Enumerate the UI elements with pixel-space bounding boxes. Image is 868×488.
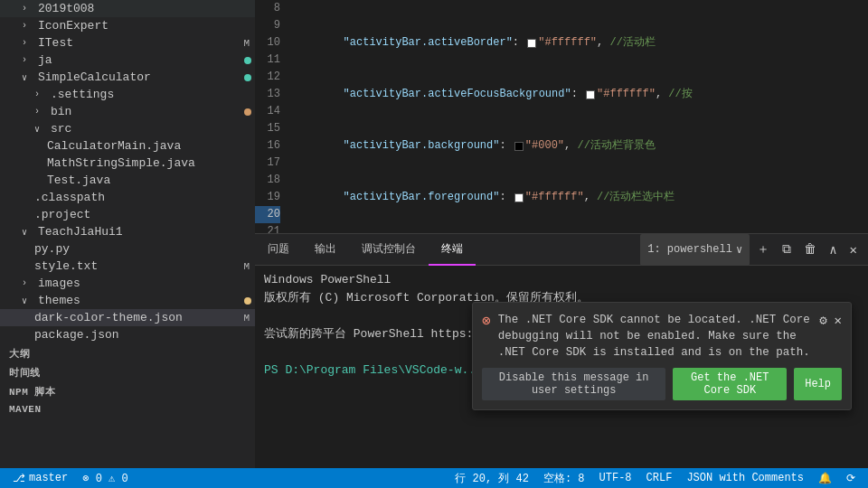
sidebar-item-label: TeachJiaHui1 [38,225,255,239]
git-dot [244,57,251,64]
sidebar-item-2019t008[interactable]: › 2019t008 [0,0,255,17]
collapse-arrow: › [22,21,34,31]
code-line: "activityBar.background": "#000", //活动栏背… [288,137,859,155]
modified-badge: M [243,261,250,272]
sidebar-item-label: Test.java [47,174,255,187]
sidebar-item-classpath[interactable]: .classpath [0,189,255,206]
git-branch-status[interactable]: ⎇ master [5,468,75,488]
sidebar-item-bin[interactable]: › bin [0,103,255,120]
sidebar-item-ja[interactable]: › ja [0,52,255,69]
section-dagang: 大纲 [0,343,255,362]
sidebar-item-label: bin [51,105,241,118]
tab-terminal[interactable]: 终端 [429,234,476,266]
terminal-content[interactable]: Windows PowerShell 版权所有 (C) Microsoft Co… [255,266,868,468]
feedback-icon[interactable]: 🔔 [811,468,839,488]
sidebar-item-label: MathStringSimple.java [47,156,255,170]
notification-message: The .NET Core SDK cannot be located. .NE… [498,312,812,361]
sidebar-item-label: IconExpert [38,19,255,33]
tab-debug[interactable]: 调试控制台 [349,234,429,266]
sync-icon[interactable]: ⟳ [839,468,863,488]
notification-close-icon[interactable]: ✕ [835,312,842,330]
status-bar: ⎇ master ⊗ 0 ⚠ 0 行 20, 列 42 空格: 8 UTF-8 … [0,468,868,488]
error-count: ⊗ 0 ⚠ 0 [82,472,127,485]
get-sdk-button[interactable]: Get the .NET Core SDK [673,368,787,400]
terminal-tabs: 问题 输出 调试控制台 终端 1: powershell ∨ ＋ [255,234,868,266]
editor-scrollbar [859,0,868,233]
sidebar-item-iconexpert[interactable]: › IconExpert [0,17,255,34]
sidebar-item-images[interactable]: › images [0,275,255,292]
tab-problems[interactable]: 问题 [255,234,302,266]
indentation-status[interactable]: 空格: 8 [536,468,592,488]
notification-settings-icon[interactable]: ⚙ [819,312,826,330]
sidebar-item-pypy[interactable]: py.py [0,240,255,258]
notification-popup: ⊗ The .NET Core SDK cannot be located. .… [472,302,852,410]
trash-icon[interactable]: 🗑 [800,240,820,258]
errors-warnings-status[interactable]: ⊗ 0 ⚠ 0 [75,468,135,488]
sidebar-item-simplecalculator[interactable]: ∨ SimpleCalculator [0,69,255,86]
sidebar-item-darkcolor[interactable]: dark-color-theme.json M [0,309,255,326]
eol-status[interactable]: CRLF [639,468,680,488]
sidebar-item-label: py.py [34,242,255,256]
sidebar-item-testjava[interactable]: Test.java [0,172,255,189]
help-button[interactable]: Help [794,368,842,400]
collapse-arrow: ∨ [22,72,34,83]
sidebar-item-label: dark-color-theme.json [34,311,240,324]
code-line: "activityBar.foreground": "#ffffff", //活… [288,189,859,206]
sidebar-item-label: ja [38,53,241,67]
encoding-status[interactable]: UTF-8 [592,468,639,488]
sidebar-item-label: 2019t008 [38,2,255,15]
sidebar-item-label: .project [34,208,255,221]
sidebar-item-packagejson[interactable]: package.json [0,326,255,343]
maximize-icon[interactable]: ∧ [826,240,840,259]
sidebar-item-styletxt[interactable]: style.txt M [0,258,255,275]
git-dot [244,74,251,81]
collapse-arrow: ∨ [34,124,47,135]
git-dot [244,297,251,305]
collapse-arrow: ∨ [22,227,34,238]
sidebar-item-label: style.txt [34,259,240,273]
sidebar-item-teachjiahui1[interactable]: ∨ TeachJiaHui1 [0,223,255,240]
sidebar-item-label: CalculatorMain.java [47,139,255,153]
error-icon: ⊗ [482,313,491,331]
notification-header: ⊗ The .NET Core SDK cannot be located. .… [473,303,851,368]
git-dot [244,108,251,116]
terminal-instance-dropdown[interactable]: 1: powershell ∨ [640,234,750,266]
code-editor[interactable]: 8 9 10 11 12 13 14 15 16 17 18 19 20 21 … [255,0,868,233]
modified-badge: M [243,38,250,49]
sidebar-item-project[interactable]: .project [0,206,255,223]
sidebar-item-label: package.json [34,328,255,342]
code-line: "activityBar.activeBorder": "#ffffff", /… [288,34,859,52]
sidebar-item-themes[interactable]: ∨ themes [0,292,255,309]
terminal-icons: ＋ ⧉ 🗑 ∧ ✕ [753,239,868,259]
sidebar-item-calculatormain[interactable]: CalculatorMain.java [0,137,255,155]
collapse-arrow: › [34,89,47,99]
add-terminal-icon[interactable]: ＋ [753,239,773,259]
close-panel-icon[interactable]: ✕ [846,240,861,259]
terminal-panel: 问题 输出 调试控制台 终端 1: powershell ∨ ＋ [255,233,868,468]
sync-icon-glyph: ⟳ [846,472,855,485]
disable-message-button[interactable]: Disable this message in user settings [482,368,665,400]
line-numbers: 8 9 10 11 12 13 14 15 16 17 18 19 20 21 [255,0,288,233]
section-maven: MAVEN [0,400,255,417]
sidebar-item-src[interactable]: ∨ src [0,120,255,137]
sidebar-item-label: themes [38,294,241,307]
terminal-line: Windows PowerShell [264,271,859,289]
sidebar-item-label: .settings [51,88,255,101]
split-terminal-icon[interactable]: ⧉ [778,240,795,258]
sidebar: › 2019t008 › IconExpert › ITest M › ja ∨… [0,0,255,468]
sidebar-item-itest[interactable]: › ITest M [0,34,255,52]
editor-area: 8 9 10 11 12 13 14 15 16 17 18 19 20 21 … [255,0,868,468]
section-npm: NPM 脚本 [0,381,255,400]
sidebar-item-label: ITest [38,36,240,50]
sidebar-item-settings[interactable]: › .settings [0,86,255,103]
sidebar-item-mathstringsimple[interactable]: MathStringSimple.java [0,155,255,172]
language-mode-status[interactable]: JSON with Comments [679,468,811,488]
code-content[interactable]: "activityBar.activeBorder": "#ffffff", /… [288,0,859,233]
cursor-position-status[interactable]: 行 20, 列 42 [448,468,536,488]
collapse-arrow: › [22,4,34,14]
sidebar-item-label: src [51,122,255,136]
sidebar-item-label: SimpleCalculator [38,70,241,84]
code-line: "activityBar.activeFocusBackground": "#f… [288,86,859,103]
collapse-arrow: ∨ [22,296,34,306]
tab-output[interactable]: 输出 [302,234,349,266]
